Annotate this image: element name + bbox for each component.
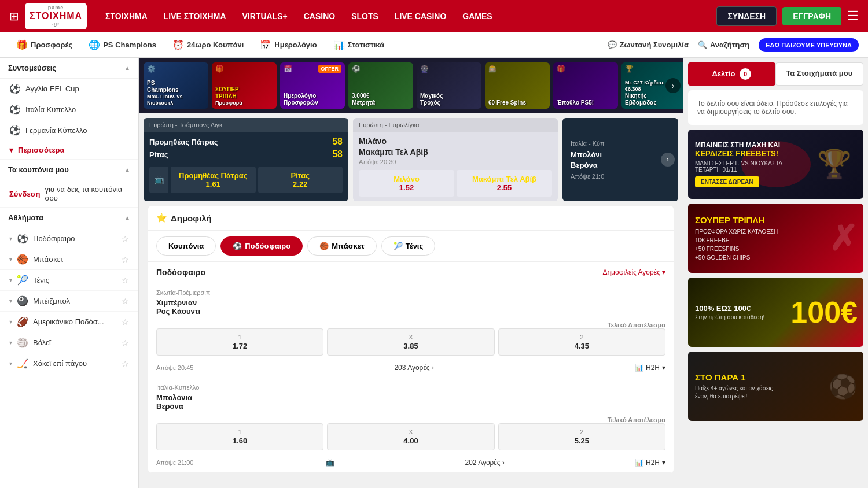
shortcut-germany-label: Γερμανία Κύπελλο [25, 126, 87, 135]
register-button[interactable]: ΕΓΓΡΑΦΗ [782, 7, 841, 25]
star-football[interactable]: ☆ [122, 234, 129, 243]
promo-card-0[interactable]: ⚙️ PSChampions Μαν. Γιουν. vsΝιούκαστλ [144, 62, 208, 109]
promo-card-1[interactable]: 🎁 ΣΟΥΠΕΡΤΡΙΠΛΗ Προσφορά [212, 62, 277, 109]
search-button[interactable]: 🔍 Αναζήτηση [698, 40, 749, 49]
site-logo[interactable]: pame ΣΤΟΙΧΗΜΑ .gr [25, 3, 87, 29]
grid-icon[interactable]: ⊞ [9, 9, 19, 23]
live-odd-milan[interactable]: Μιλάνο 1.52 [359, 170, 454, 197]
shortcuts-label: Συντομεύσεις [8, 64, 56, 72]
volleyball-label: Βόλεϊ [33, 338, 51, 347]
sport-baseball[interactable]: ▾ 🎱 Μπέιζμπολ ☆ [0, 291, 138, 312]
shortcut-england[interactable]: ⚽ Αγγλία EFL Cup [0, 79, 138, 99]
nav-live-casino[interactable]: LIVE CASINO [395, 12, 446, 21]
24h-coupon-item[interactable]: ⏰ 24ωρο Κουπόνι [165, 36, 251, 54]
promo-card-2[interactable]: 📅 ΗμερολόγιοΠροσφορών OFFER [280, 62, 345, 109]
nav-casino[interactable]: CASINO [304, 12, 335, 21]
odd-1-match-0[interactable]: 1 1.72 [156, 328, 323, 356]
tab-basketball[interactable]: 🏀 Μπάσκετ [307, 236, 377, 256]
promo-banner-3[interactable]: ΣΤΟ ΠΑΡΑ 1 Παίξε 4+ αγώνες και αν χάσεις… [688, 352, 863, 421]
tv-icon-match-1: 📺 [326, 459, 334, 467]
sport-football[interactable]: ▾ ⚽ Ποδόσφαιρο ☆ [0, 228, 138, 249]
live-time-1: Απόψε 20:30 [359, 158, 552, 165]
live-odd-maccabi[interactable]: Μακάμπι Τελ Αβίβ 2.55 [457, 170, 552, 197]
sport-volleyball[interactable]: ▾ 🏐 Βόλεϊ ☆ [0, 332, 138, 353]
promo-card-5[interactable]: 🎰 60 Free Spins [485, 62, 550, 109]
promo-card-4[interactable]: 🎡 ΜαγικόςΤροχός [417, 62, 481, 109]
hamburger-icon[interactable]: ☰ [847, 9, 859, 24]
shortcuts-header[interactable]: Συντομεύσεις ▲ [0, 58, 138, 79]
odd-2-match-1[interactable]: 2 5.25 [498, 423, 665, 450]
promo-next-button[interactable]: › [665, 78, 681, 93]
shortcut-germany[interactable]: ⚽ Γερμανία Κύπελλο [0, 120, 138, 141]
live-chat-button[interactable]: 💬 Ζωντανή Συνομιλία [608, 40, 689, 49]
more-shortcuts[interactable]: ▾ Περισσότερα [0, 141, 138, 160]
live-card-league-1: Ευρώπη - Ευρωλίγκα [353, 118, 558, 132]
star-baseball[interactable]: ☆ [122, 297, 129, 306]
match-odds-0: 1 1.72 Χ 3.85 2 4.35 [148, 328, 674, 361]
promo-card-3[interactable]: ⚽ 3.000€Μετρητά [348, 62, 413, 109]
h2h-button-0[interactable]: 📊 H2H ▾ [635, 364, 665, 372]
tab-coupons[interactable]: Κουπόνια [156, 236, 216, 256]
star-basketball[interactable]: ☆ [122, 255, 129, 264]
nav-stoixima[interactable]: ΣΤΟΙΧΗΜΑ [105, 12, 148, 21]
my-bets-tab[interactable]: Τα Στοιχήματά μου [775, 62, 864, 86]
banner-cta-0[interactable]: ΕΝΤΑΣΣΕ ΔΩΡΕΑΝ [695, 176, 759, 187]
more-markets-1[interactable]: 202 Αγορές › [465, 459, 504, 467]
live-card-next-button[interactable]: › [661, 153, 675, 167]
tab-football[interactable]: ⚽ Ποδόσφαιρο [220, 236, 303, 256]
signin-button[interactable]: ΣΥΝΔΕΣΗ [716, 6, 777, 26]
stats-item[interactable]: 📊 Στατιστικά [326, 36, 392, 54]
stats-icon: 📊 [333, 39, 345, 50]
live-odd-team2[interactable]: Ρίτας 2.22 [258, 167, 343, 193]
odd-x-match-0[interactable]: Χ 3.85 [327, 328, 494, 356]
banner-sub-3: Παίξε 4+ αγώνες και αν χάσεις έναν, θα ε… [695, 385, 788, 401]
live-card-2[interactable]: Ιταλία - Κύπ Μπολόνι Βερόνα Απόψε 21:0 › [562, 118, 678, 201]
h2h-button-1[interactable]: 📊 H2H ▾ [635, 459, 665, 467]
live-card-1[interactable]: Ευρώπη - Ευρωλίγκα Μιλάνο Μακάμπι Τελ Αβ… [353, 118, 558, 201]
star-volleyball[interactable]: ☆ [122, 338, 129, 347]
promo-banner-1[interactable]: ΣΟΥΠΕΡ ΤΡΙΠΛΗ ΠΡΟΣΦΟΡΑ ΧΩΡΙΣ ΚΑΤΑΘΕΣΗ 10… [688, 204, 863, 273]
responsible-gaming-button[interactable]: ΕΔΩ ΠΑΙΖΟΥΜΕ ΥΠΕΥΘΥΝΑ [759, 38, 859, 52]
tab-tennis[interactable]: 🎾 Τένις [381, 236, 435, 256]
sport-american-football[interactable]: ▾ 🏈 Αμερικάνικο Ποδόσ... ☆ [0, 312, 138, 332]
star-hockey[interactable]: ☆ [122, 359, 129, 368]
chart-icon-0: 📊 [635, 364, 643, 372]
live-odd-team1[interactable]: Προμηθέας Πάτρας 1.61 [171, 167, 256, 193]
nav-live-stoixima[interactable]: LIVE ΣΤΟΙΧΗΜΑ [164, 12, 226, 21]
ps-champions-item[interactable]: 🌐 PS Champions [82, 36, 163, 54]
calendar-item[interactable]: 📅 Ημερολόγιο [253, 36, 323, 54]
matches-section: Ευρώπη - Τσάμπιονς Λιγκ Προμηθέας Πάτρας… [139, 113, 683, 482]
sport-hockey[interactable]: ▾ 🏒 Χόκεϊ επί πάγου ☆ [0, 353, 138, 374]
nav-virtuals[interactable]: VIRTUALS+ [242, 12, 288, 21]
promo-banner-2[interactable]: 100% ΕΩΣ 100€ Στην πρώτη σου κατάθεση! 1… [688, 278, 863, 347]
betslip-tab-active[interactable]: Δελτίο 0 [688, 62, 775, 86]
popular-markets-button[interactable]: Δημοφιλείς Αγορές ▾ [602, 268, 665, 276]
live-odd-maccabi-label: Μακάμπι Τελ Αβίβ [459, 175, 550, 183]
chevron-baseball: ▾ [9, 298, 12, 304]
my-coupons-header[interactable]: Τα κουπόνια μου ▲ [0, 160, 138, 180]
more-markets-0[interactable]: 203 Αγορές › [394, 364, 433, 372]
odd-1-match-1[interactable]: 1 1.60 [156, 423, 323, 450]
odd-2-match-0[interactable]: 2 4.35 [498, 328, 665, 356]
live-tv-icon[interactable]: 📺 [149, 167, 168, 193]
star-tennis[interactable]: ☆ [122, 276, 129, 285]
sport-tennis[interactable]: ▾ 🎾 Τένις ☆ [0, 270, 138, 291]
sport-basketball[interactable]: ▾ 🏀 Μπάσκετ ☆ [0, 249, 138, 270]
clock-icon: ⏰ [172, 39, 184, 50]
tennis-label: Τένις [33, 276, 49, 284]
nav-games[interactable]: GAMES [462, 12, 492, 21]
promo-card-label-1: ΣΟΥΠΕΡΤΡΙΠΛΗ [215, 86, 273, 100]
promo-card-6[interactable]: 🎁 Έπαθλο PS5! [553, 62, 618, 109]
prosfores-item[interactable]: 🎁 Προσφορές [9, 36, 79, 54]
signin-link[interactable]: Σύνδεση [9, 190, 41, 198]
promo-banner-0[interactable]: ΜΠΑΙΝΕΙΣ ΣΤΗ ΜΑΧΗ ΚΑΙ ΚΕΡΔΙΖΕΙΣ FREEBETS… [688, 130, 863, 199]
coupon-signin-row[interactable]: Σύνδεση για να δεις τα κουπόνια σου [0, 180, 138, 208]
promo-card-label-0: PSChampions [147, 80, 205, 94]
odd-x-match-1[interactable]: Χ 4.00 [327, 423, 494, 450]
shortcut-italy[interactable]: ⚽ Ιταλία Κυπελλο [0, 99, 138, 120]
promo-card-icon-1: 🎁 [215, 65, 224, 73]
live-card-0[interactable]: Ευρώπη - Τσάμπιονς Λιγκ Προμηθέας Πάτρας… [144, 118, 348, 201]
star-amfootball[interactable]: ☆ [122, 317, 129, 327]
sports-header[interactable]: Αθλήματα ▲ [0, 208, 138, 228]
nav-slots[interactable]: SLOTS [351, 12, 378, 21]
